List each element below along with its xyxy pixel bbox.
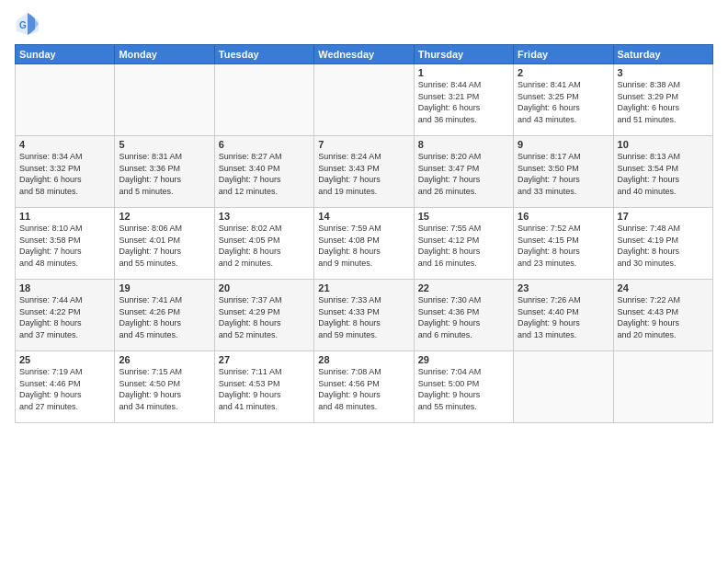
calendar-cell: 21Sunrise: 7:33 AM Sunset: 4:33 PM Dayli… — [314, 280, 414, 351]
day-info: Sunrise: 7:19 AM Sunset: 4:46 PM Dayligh… — [19, 366, 110, 412]
day-number: 25 — [19, 354, 110, 365]
weekday-header-monday: Monday — [115, 45, 214, 64]
week-row-5: 25Sunrise: 7:19 AM Sunset: 4:46 PM Dayli… — [16, 351, 713, 423]
calendar-cell: 14Sunrise: 7:59 AM Sunset: 4:08 PM Dayli… — [314, 208, 414, 280]
day-info: Sunrise: 7:52 AM Sunset: 4:15 PM Dayligh… — [518, 223, 609, 269]
day-info: Sunrise: 7:15 AM Sunset: 4:50 PM Dayligh… — [119, 366, 210, 412]
calendar-cell: 4Sunrise: 8:34 AM Sunset: 3:32 PM Daylig… — [16, 136, 115, 208]
weekday-header-tuesday: Tuesday — [214, 45, 313, 64]
calendar-cell: 29Sunrise: 7:04 AM Sunset: 5:00 PM Dayli… — [414, 351, 513, 423]
week-row-2: 4Sunrise: 8:34 AM Sunset: 3:32 PM Daylig… — [16, 136, 713, 208]
day-info: Sunrise: 8:10 AM Sunset: 3:58 PM Dayligh… — [19, 223, 110, 269]
calendar-page: G SundayMondayTuesdayWednesdayThursdayFr… — [0, 0, 728, 563]
day-number: 21 — [318, 282, 409, 293]
svg-text:G: G — [19, 20, 27, 30]
day-number: 12 — [119, 211, 210, 222]
day-number: 18 — [19, 282, 110, 293]
day-info: Sunrise: 7:11 AM Sunset: 4:53 PM Dayligh… — [219, 366, 310, 412]
day-info: Sunrise: 7:48 AM Sunset: 4:19 PM Dayligh… — [618, 223, 709, 269]
weekday-header-wednesday: Wednesday — [314, 45, 414, 64]
weekday-header-sunday: Sunday — [16, 45, 115, 64]
calendar-cell — [514, 351, 613, 423]
weekday-header-friday: Friday — [514, 45, 613, 64]
day-number: 16 — [518, 211, 609, 222]
weekday-header-thursday: Thursday — [414, 45, 513, 64]
calendar-cell: 9Sunrise: 8:17 AM Sunset: 3:50 PM Daylig… — [514, 136, 613, 208]
calendar-cell: 19Sunrise: 7:41 AM Sunset: 4:26 PM Dayli… — [115, 280, 214, 351]
day-number: 6 — [219, 139, 310, 150]
day-number: 27 — [219, 354, 310, 365]
day-info: Sunrise: 7:08 AM Sunset: 4:56 PM Dayligh… — [318, 366, 409, 412]
calendar-header: SundayMondayTuesdayWednesdayThursdayFrid… — [16, 45, 713, 64]
day-info: Sunrise: 8:13 AM Sunset: 3:54 PM Dayligh… — [618, 151, 709, 197]
day-number: 15 — [418, 211, 509, 222]
day-info: Sunrise: 7:26 AM Sunset: 4:40 PM Dayligh… — [518, 294, 609, 340]
day-number: 14 — [318, 211, 409, 222]
day-info: Sunrise: 8:20 AM Sunset: 3:47 PM Dayligh… — [418, 151, 509, 197]
day-info: Sunrise: 7:44 AM Sunset: 4:22 PM Dayligh… — [19, 294, 110, 340]
week-row-1: 1Sunrise: 8:44 AM Sunset: 3:21 PM Daylig… — [16, 64, 713, 136]
day-number: 3 — [618, 67, 709, 78]
day-info: Sunrise: 7:30 AM Sunset: 4:36 PM Dayligh… — [418, 294, 509, 340]
logo-icon: G — [15, 11, 40, 37]
week-row-4: 18Sunrise: 7:44 AM Sunset: 4:22 PM Dayli… — [16, 280, 713, 351]
header: G — [15, 11, 713, 37]
calendar-cell: 25Sunrise: 7:19 AM Sunset: 4:46 PM Dayli… — [16, 351, 115, 423]
day-info: Sunrise: 7:59 AM Sunset: 4:08 PM Dayligh… — [318, 223, 409, 269]
day-info: Sunrise: 7:37 AM Sunset: 4:29 PM Dayligh… — [219, 294, 310, 340]
calendar-cell: 13Sunrise: 8:02 AM Sunset: 4:05 PM Dayli… — [214, 208, 313, 280]
calendar-cell: 18Sunrise: 7:44 AM Sunset: 4:22 PM Dayli… — [16, 280, 115, 351]
calendar-cell: 28Sunrise: 7:08 AM Sunset: 4:56 PM Dayli… — [314, 351, 414, 423]
day-info: Sunrise: 8:44 AM Sunset: 3:21 PM Dayligh… — [418, 79, 509, 125]
calendar-cell: 12Sunrise: 8:06 AM Sunset: 4:01 PM Dayli… — [115, 208, 214, 280]
week-row-3: 11Sunrise: 8:10 AM Sunset: 3:58 PM Dayli… — [16, 208, 713, 280]
calendar-cell: 2Sunrise: 8:41 AM Sunset: 3:25 PM Daylig… — [514, 64, 613, 136]
calendar-cell: 16Sunrise: 7:52 AM Sunset: 4:15 PM Dayli… — [514, 208, 613, 280]
calendar-cell: 5Sunrise: 8:31 AM Sunset: 3:36 PM Daylig… — [115, 136, 214, 208]
day-number: 4 — [19, 139, 110, 150]
calendar-cell: 22Sunrise: 7:30 AM Sunset: 4:36 PM Dayli… — [414, 280, 513, 351]
day-info: Sunrise: 8:27 AM Sunset: 3:40 PM Dayligh… — [219, 151, 310, 197]
day-number: 8 — [418, 139, 509, 150]
day-number: 13 — [219, 211, 310, 222]
day-number: 26 — [119, 354, 210, 365]
day-info: Sunrise: 7:33 AM Sunset: 4:33 PM Dayligh… — [318, 294, 409, 340]
day-info: Sunrise: 7:04 AM Sunset: 5:00 PM Dayligh… — [418, 366, 509, 412]
day-number: 2 — [518, 67, 609, 78]
day-info: Sunrise: 7:41 AM Sunset: 4:26 PM Dayligh… — [119, 294, 210, 340]
day-info: Sunrise: 7:55 AM Sunset: 4:12 PM Dayligh… — [418, 223, 509, 269]
day-number: 29 — [418, 354, 509, 365]
day-info: Sunrise: 7:22 AM Sunset: 4:43 PM Dayligh… — [618, 294, 709, 340]
calendar-cell: 26Sunrise: 7:15 AM Sunset: 4:50 PM Dayli… — [115, 351, 214, 423]
day-number: 24 — [618, 282, 709, 293]
calendar-cell — [613, 351, 712, 423]
calendar-cell: 20Sunrise: 7:37 AM Sunset: 4:29 PM Dayli… — [214, 280, 313, 351]
logo: G — [15, 11, 44, 37]
calendar-cell: 15Sunrise: 7:55 AM Sunset: 4:12 PM Dayli… — [414, 208, 513, 280]
day-number: 11 — [19, 211, 110, 222]
weekday-header-saturday: Saturday — [613, 45, 712, 64]
calendar-cell: 3Sunrise: 8:38 AM Sunset: 3:29 PM Daylig… — [613, 64, 712, 136]
calendar-cell — [314, 64, 414, 136]
day-number: 5 — [119, 139, 210, 150]
calendar-cell: 8Sunrise: 8:20 AM Sunset: 3:47 PM Daylig… — [414, 136, 513, 208]
day-info: Sunrise: 8:02 AM Sunset: 4:05 PM Dayligh… — [219, 223, 310, 269]
day-number: 22 — [418, 282, 509, 293]
calendar-cell: 7Sunrise: 8:24 AM Sunset: 3:43 PM Daylig… — [314, 136, 414, 208]
calendar-cell: 6Sunrise: 8:27 AM Sunset: 3:40 PM Daylig… — [214, 136, 313, 208]
calendar-cell: 11Sunrise: 8:10 AM Sunset: 3:58 PM Dayli… — [16, 208, 115, 280]
calendar-table: SundayMondayTuesdayWednesdayThursdayFrid… — [15, 44, 713, 423]
day-info: Sunrise: 8:31 AM Sunset: 3:36 PM Dayligh… — [119, 151, 210, 197]
day-info: Sunrise: 8:24 AM Sunset: 3:43 PM Dayligh… — [318, 151, 409, 197]
day-info: Sunrise: 8:17 AM Sunset: 3:50 PM Dayligh… — [518, 151, 609, 197]
day-number: 7 — [318, 139, 409, 150]
day-info: Sunrise: 8:06 AM Sunset: 4:01 PM Dayligh… — [119, 223, 210, 269]
calendar-body: 1Sunrise: 8:44 AM Sunset: 3:21 PM Daylig… — [16, 64, 713, 423]
calendar-cell: 17Sunrise: 7:48 AM Sunset: 4:19 PM Dayli… — [613, 208, 712, 280]
day-number: 20 — [219, 282, 310, 293]
weekday-row: SundayMondayTuesdayWednesdayThursdayFrid… — [16, 45, 713, 64]
day-number: 28 — [318, 354, 409, 365]
day-info: Sunrise: 8:34 AM Sunset: 3:32 PM Dayligh… — [19, 151, 110, 197]
calendar-cell: 10Sunrise: 8:13 AM Sunset: 3:54 PM Dayli… — [613, 136, 712, 208]
day-info: Sunrise: 8:41 AM Sunset: 3:25 PM Dayligh… — [518, 79, 609, 125]
